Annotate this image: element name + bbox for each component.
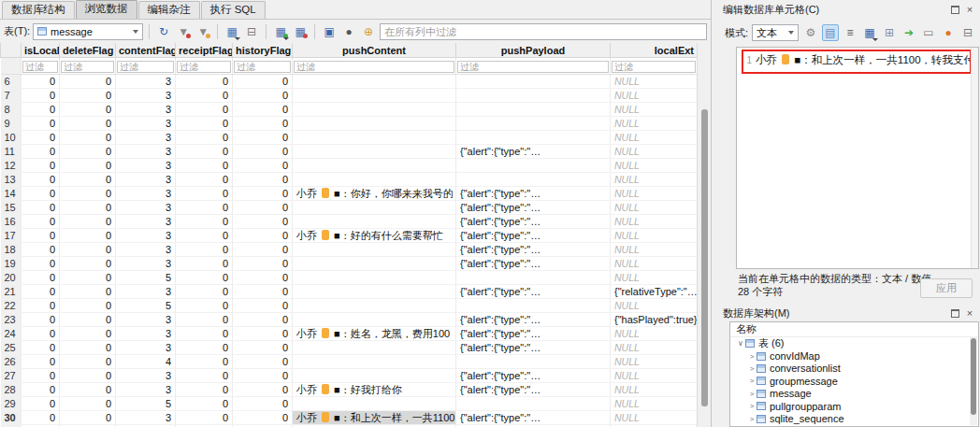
tree-item-sqlite_sequence[interactable]: >sqlite_sequence	[730, 412, 978, 424]
delete-record-icon[interactable]: ▦	[292, 23, 309, 40]
cell-isLocal[interactable]: 0	[22, 369, 60, 383]
cell-localExt[interactable]: NULL	[611, 411, 698, 425]
cell-pushPayload[interactable]	[456, 103, 611, 117]
tree-item-conversationlist[interactable]: >conversationlist	[730, 363, 978, 375]
cell-pushContent[interactable]	[293, 299, 456, 313]
cell-receiptFlag[interactable]: 0	[176, 285, 233, 299]
cell-isLocal[interactable]: 0	[22, 257, 60, 271]
cell-pushContent[interactable]	[293, 159, 456, 173]
cell-historyFlag[interactable]: 0	[233, 383, 293, 397]
cell-localExt[interactable]: NULL	[611, 397, 698, 411]
cell-isLocal[interactable]: 0	[22, 89, 60, 103]
cell-pushContent[interactable]	[293, 341, 456, 355]
chevron-right-icon[interactable]: >	[747, 377, 757, 385]
cell-pushPayload[interactable]	[456, 397, 611, 411]
cell-pushContent[interactable]	[293, 131, 456, 145]
cell-pushContent[interactable]: 小乔 🧍 ■：好的有什么需要帮忙	[293, 229, 456, 243]
cell-contentFlag[interactable]: 3	[116, 75, 176, 89]
cell-pushPayload[interactable]	[456, 131, 611, 145]
cell-localExt[interactable]: NULL	[611, 383, 698, 397]
key-icon[interactable]: ⊕	[360, 23, 377, 40]
cell-historyFlag[interactable]: 0	[233, 229, 293, 243]
cell-receiptFlag[interactable]: 0	[176, 131, 233, 145]
row-number[interactable]: 9	[1, 117, 22, 131]
cell-contentFlag[interactable]: 4	[116, 355, 176, 369]
cell-isLocal[interactable]: 0	[22, 341, 60, 355]
cell-contentFlag[interactable]: 3	[116, 243, 176, 257]
filter-input-pushPayload[interactable]	[457, 61, 609, 73]
cell-deleteFlag[interactable]: 0	[60, 383, 116, 397]
cell-pushContent[interactable]	[293, 201, 456, 215]
cell-localExt[interactable]: NULL	[611, 89, 698, 103]
cell-contentFlag[interactable]: 3	[116, 411, 176, 425]
word-wrap-icon[interactable]: ≡	[842, 24, 858, 41]
cell-contentFlag[interactable]: 3	[116, 89, 176, 103]
cell-isLocal[interactable]: 0	[22, 159, 60, 173]
edit-record-icon[interactable]: ▣	[321, 23, 338, 40]
cell-isLocal[interactable]: 0	[22, 243, 60, 257]
cell-localExt[interactable]: {"relativeType":"…	[611, 285, 698, 299]
cell-historyFlag[interactable]: 0	[233, 341, 293, 355]
cell-deleteFlag[interactable]: 0	[60, 187, 116, 201]
cell-pushPayload[interactable]: {"alert":{"type":"…	[456, 383, 611, 397]
tree-item-pullgroupparam[interactable]: >pullgroupparam	[730, 400, 978, 412]
cell-isLocal[interactable]: 0	[22, 145, 60, 159]
row-number[interactable]: 25	[1, 341, 22, 355]
row-number[interactable]: 29	[1, 397, 22, 411]
cell-localExt[interactable]: NULL	[611, 187, 698, 201]
cell-localExt[interactable]: NULL	[611, 271, 698, 285]
cell-contentFlag[interactable]: 3	[116, 313, 176, 327]
cell-localExt[interactable]: NULL	[611, 355, 698, 369]
cell-pushPayload[interactable]: {"alert":{"type":"…	[456, 411, 611, 425]
cell-pushPayload[interactable]: {"alert":{"type":"…	[456, 327, 611, 341]
cell-pushPayload[interactable]: {"alert":{"type":"…	[456, 285, 611, 299]
cell-isLocal[interactable]: 0	[22, 187, 60, 201]
cell-deleteFlag[interactable]: 0	[60, 257, 116, 271]
cell-historyFlag[interactable]: 0	[233, 187, 293, 201]
cell-pushContent[interactable]	[293, 285, 456, 299]
row-number[interactable]: 6	[1, 75, 22, 89]
cell-receiptFlag[interactable]: 0	[176, 257, 233, 271]
cell-pushContent[interactable]	[293, 271, 456, 285]
cell-receiptFlag[interactable]: 0	[176, 299, 233, 313]
cell-receiptFlag[interactable]: 0	[176, 327, 233, 341]
cell-isLocal[interactable]: 0	[22, 313, 60, 327]
cell-deleteFlag[interactable]: 0	[60, 355, 116, 369]
cell-pushPayload[interactable]	[456, 75, 611, 89]
tab-2[interactable]: 编辑杂注	[138, 1, 200, 19]
cell-receiptFlag[interactable]: 0	[176, 173, 233, 187]
filter-input-isLocal[interactable]	[22, 61, 58, 73]
cell-pushContent[interactable]: 小乔 🧍 ■：姓名，龙黑，费用100	[293, 327, 456, 341]
cell-editor-content[interactable]: 1 小乔 🧍 ■：和上次一样，一共1100，转我支付宝同号	[736, 47, 979, 269]
cell-historyFlag[interactable]: 0	[233, 411, 293, 425]
cell-pushPayload[interactable]	[456, 271, 611, 285]
chevron-right-icon[interactable]: >	[747, 390, 757, 398]
cell-historyFlag[interactable]: 0	[233, 75, 293, 89]
copy-icon[interactable]: ⊞	[881, 24, 898, 41]
cell-contentFlag[interactable]: 3	[116, 327, 176, 341]
cell-deleteFlag[interactable]: 0	[60, 131, 116, 145]
cell-pushPayload[interactable]: {"alert":{"type":"…	[456, 201, 611, 215]
row-number[interactable]: 23	[1, 313, 22, 327]
cell-localExt[interactable]: NULL	[611, 75, 698, 89]
cell-localExt[interactable]: NULL	[611, 369, 698, 383]
cell-deleteFlag[interactable]: 0	[60, 299, 116, 313]
grid-scrollbar-thumb[interactable]	[701, 109, 708, 406]
tree-item--6-[interactable]: ∨表 (6)	[730, 337, 978, 349]
cell-contentFlag[interactable]: 3	[116, 159, 176, 173]
filter-input-historyFlag[interactable]	[234, 61, 291, 73]
cell-localExt[interactable]: NULL	[611, 201, 698, 215]
row-number[interactable]: 20	[1, 271, 22, 285]
cell-localExt[interactable]: NULL	[611, 173, 698, 187]
apply-button[interactable]: 应用	[920, 278, 973, 298]
cell-pushPayload[interactable]	[456, 299, 611, 313]
cell-historyFlag[interactable]: 0	[233, 159, 293, 173]
cell-localExt[interactable]: NULL	[611, 243, 698, 257]
editor-line[interactable]: 1 小乔 🧍 ■：和上次一样，一共1100，转我支付宝同号	[737, 50, 978, 70]
column-header-pushContent[interactable]: pushContent	[293, 43, 456, 58]
cell-historyFlag[interactable]: 0	[233, 89, 293, 103]
row-number[interactable]: 17	[1, 229, 22, 243]
cell-historyFlag[interactable]: 0	[233, 131, 293, 145]
cell-localExt[interactable]: NULL	[611, 215, 698, 229]
column-header-pushPayload[interactable]: pushPayload	[456, 43, 611, 58]
